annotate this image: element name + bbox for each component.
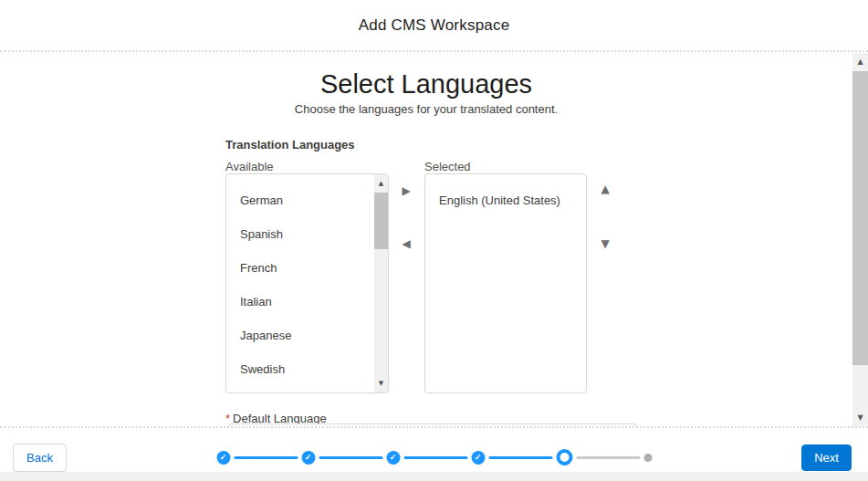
right-arrow-icon: ▶ [402,184,410,197]
language-option[interactable]: German [226,183,388,217]
available-listbox[interactable]: GermanSpanishFrenchItalianJapaneseSwedis… [225,173,389,393]
progress-step: ✓ [230,451,315,465]
move-down-button[interactable]: ▼ [594,237,616,250]
progress-step [572,454,652,462]
progress-step-dot: ✓ [216,451,230,465]
progress-step [485,449,572,465]
progress-step-dot [556,449,572,465]
scroll-down-icon[interactable]: ▼ [374,377,388,390]
progress-connector [576,456,640,459]
language-option[interactable]: Spanish [226,217,388,251]
progress-step-dot: ✓ [301,451,315,465]
add-cms-workspace-modal: { "header": { "title": "Add CMS Workspac… [0,0,868,481]
available-options: GermanSpanishFrenchItalianJapaneseSwedis… [226,174,388,386]
move-to-available-button[interactable]: ◀ [395,237,417,250]
language-option[interactable]: Japanese [226,319,388,352]
check-icon: ✓ [475,451,482,465]
modal-footer: Back ✓ ✓ ✓ ✓ Next [0,426,868,472]
check-icon: ✓ [220,451,227,465]
down-arrow-icon: ▼ [601,237,609,250]
progress-connector [403,456,467,459]
language-option[interactable]: French [226,251,388,285]
progress-step-dot [643,454,652,462]
reorder-buttons: ▲ ▼ [594,173,616,393]
language-option[interactable]: English (United States) [425,183,586,217]
language-option[interactable]: Italian [226,285,388,319]
progress-step: ✓ [216,451,230,465]
language-option[interactable]: Swedish [226,352,388,386]
scroll-up-icon[interactable]: ▲ [852,55,868,68]
move-buttons: ▶ ◀ [395,173,417,393]
progress-step-dot: ✓ [386,451,400,465]
left-arrow-icon: ◀ [402,237,410,250]
move-up-button[interactable]: ▲ [594,183,616,195]
translation-languages-label: Translation Languages [225,138,355,152]
modal-scrollbar[interactable]: ▲ ▼ [852,53,868,426]
modal-title: Add CMS Workspace [359,16,510,35]
step-subtitle: Choose the languages for your translated… [0,102,852,116]
selected-options: English (United States) [425,174,586,217]
step-title: Select Languages [0,69,852,99]
progress-step-dot: ✓ [471,451,485,465]
scroll-down-icon[interactable]: ▼ [852,411,868,424]
progress-step: ✓ [315,451,400,465]
check-icon: ✓ [390,451,397,465]
scroll-up-icon[interactable]: ▲ [374,177,388,190]
up-arrow-icon: ▲ [601,183,609,195]
page-background-strip [0,472,868,481]
scrollbar-thumb[interactable] [374,193,388,249]
check-icon: ✓ [305,451,312,465]
scrollbar-thumb[interactable] [852,71,868,365]
modal-header: Add CMS Workspace [0,0,868,52]
progress-connector [319,456,382,459]
progress-indicator: ✓ ✓ ✓ ✓ [216,449,652,465]
available-listbox-scrollbar[interactable]: ▲ ▼ [374,174,388,392]
progress-step: ✓ [400,451,485,465]
available-label: Available [225,160,274,173]
selected-label: Selected [424,160,471,173]
progress-connector [488,456,552,459]
progress-connector [234,456,298,459]
move-to-selected-button[interactable]: ▶ [395,184,417,197]
next-button[interactable]: Next [801,444,852,471]
back-button[interactable]: Back [13,444,67,472]
selected-listbox[interactable]: English (United States) [424,173,587,393]
